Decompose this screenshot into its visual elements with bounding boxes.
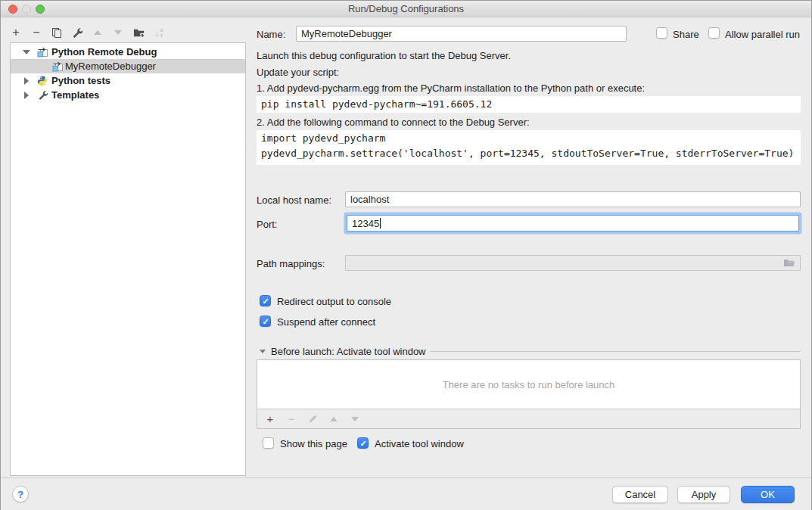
local-host-name-input[interactable] xyxy=(345,191,801,207)
suspend-after-connect-checkbox[interactable] xyxy=(260,316,271,327)
move-task-up-icon[interactable] xyxy=(328,413,340,425)
show-this-page-label: Show this page xyxy=(280,438,347,449)
suspend-after-connect-label: Suspend after connect xyxy=(277,316,375,328)
expand-arrow-icon[interactable] xyxy=(23,50,30,54)
configurations-toolbar: + − ↓ az xyxy=(10,25,165,40)
section-divider xyxy=(430,351,801,352)
cancel-button[interactable]: Cancel xyxy=(612,486,668,503)
collapse-arrow-icon[interactable] xyxy=(24,77,32,85)
step-1-text: 1. Add pydevd-pycharm.egg from the PyCha… xyxy=(257,82,645,94)
run-debug-configurations-dialog: Run/Debug Configurations + − ↓ az Python… xyxy=(0,0,812,510)
apply-button[interactable]: Apply xyxy=(677,486,730,503)
description-line-2: Update your script: xyxy=(257,67,339,78)
before-launch-header: Before launch: Activate tool window xyxy=(271,346,426,357)
collapse-arrow-icon[interactable] xyxy=(24,92,32,99)
description-line-1: Launch this debug configuration to start… xyxy=(257,50,511,61)
tree-item-python-tests[interactable]: Python tests xyxy=(11,73,245,88)
new-folder-icon[interactable] xyxy=(132,26,145,39)
tree-item-templates[interactable]: Templates xyxy=(11,88,245,102)
task-list-toolbar: + − xyxy=(257,409,800,428)
window-title: Run/Debug Configurations xyxy=(1,3,811,14)
redirect-output-checkbox[interactable] xyxy=(260,295,271,306)
configurations-tree: Python Remote Debug MyRemoteDebugger Pyt… xyxy=(10,42,246,476)
pip-install-code: pip install pydevd-pycharm~=191.6605.12 xyxy=(257,96,801,113)
allow-parallel-run-label: Allow parallel run xyxy=(725,29,800,40)
name-input[interactable] xyxy=(296,26,627,42)
add-task-button[interactable]: + xyxy=(264,413,276,425)
ok-button[interactable]: OK xyxy=(741,486,795,503)
path-mappings-input[interactable] xyxy=(345,255,801,271)
open-folder-icon[interactable] xyxy=(783,258,795,269)
step-2-text: 2. Add the following command to connect … xyxy=(257,117,530,128)
empty-task-list-text: There are no tasks to run before launch xyxy=(257,360,800,409)
share-checkbox[interactable] xyxy=(656,27,667,39)
show-this-page-checkbox[interactable] xyxy=(263,437,274,449)
remote-debug-icon xyxy=(37,47,48,58)
wrench-icon xyxy=(38,90,48,101)
tree-item-python-remote-debug[interactable]: Python Remote Debug xyxy=(11,45,245,59)
move-down-icon[interactable] xyxy=(112,26,124,39)
redirect-output-label: Redirect output to console xyxy=(277,296,391,307)
remove-configuration-button[interactable]: − xyxy=(30,26,42,39)
tree-item-myremotedebugger[interactable]: MyRemoteDebugger xyxy=(11,59,245,73)
dialog-footer: ? Cancel Apply OK xyxy=(1,477,811,510)
remove-task-button[interactable]: − xyxy=(285,413,297,425)
activate-tool-window-label: Activate tool window xyxy=(375,438,464,449)
move-task-down-icon[interactable] xyxy=(349,413,361,425)
before-launch-task-list: There are no tasks to run before launch … xyxy=(257,359,801,429)
sort-alphabetically-icon[interactable]: ↓ az xyxy=(153,26,165,39)
name-label: Name: xyxy=(257,29,285,40)
edit-defaults-wrench-icon[interactable] xyxy=(71,26,83,39)
help-button[interactable]: ? xyxy=(12,486,29,502)
remote-debug-icon xyxy=(52,61,63,72)
local-host-name-label: Local host name: xyxy=(257,194,331,206)
add-configuration-button[interactable]: + xyxy=(10,26,22,39)
settrace-code: import pydevd_pycharm pydevd_pycharm.set… xyxy=(257,130,801,165)
copy-configuration-icon[interactable] xyxy=(51,26,63,39)
collapse-section-arrow-icon[interactable] xyxy=(260,350,266,353)
python-icon xyxy=(37,76,48,86)
titlebar[interactable]: Run/Debug Configurations xyxy=(1,1,811,17)
pencil-icon[interactable] xyxy=(306,413,319,425)
text-caret xyxy=(380,218,381,229)
allow-parallel-run-checkbox[interactable] xyxy=(708,27,720,39)
share-label: Share xyxy=(673,29,699,40)
port-label: Port: xyxy=(257,219,277,230)
move-up-icon[interactable] xyxy=(92,26,104,39)
path-mappings-label: Path mappings: xyxy=(257,258,325,269)
activate-tool-window-checkbox[interactable] xyxy=(357,437,369,449)
port-input[interactable]: 12345 xyxy=(347,215,799,232)
